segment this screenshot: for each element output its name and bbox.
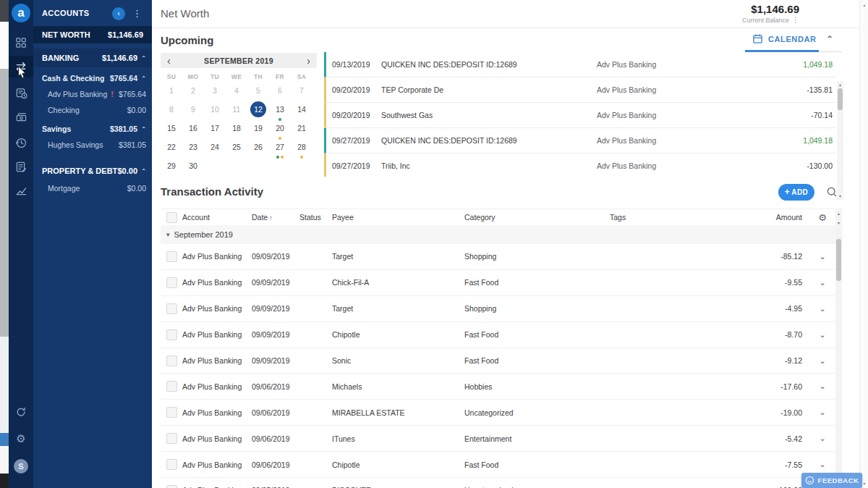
- transaction-group-row[interactable]: ▾ September 2019: [161, 225, 843, 244]
- profile-avatar[interactable]: S: [14, 459, 28, 474]
- calendar-day[interactable]: 4: [228, 82, 245, 101]
- scrollbar-thumb[interactable]: [838, 88, 843, 110]
- sidebar-account-row[interactable]: Adv Plus Banking ! $765.64 ⌃: [33, 86, 152, 102]
- sidebar-collapse-button[interactable]: ‹: [112, 7, 125, 20]
- transaction-row[interactable]: Adv Plus Banking 09/06/2019 MIRABELLA ES…: [161, 400, 843, 426]
- calendar-day[interactable]: 30: [184, 157, 202, 176]
- col-tags[interactable]: Tags: [610, 213, 762, 222]
- sidebar-account-row[interactable]: PROPERTY & DEBT ! $0.00 ⌃: [33, 161, 152, 180]
- sidebar-account-row[interactable]: Savings ! $381.05 ⌃: [33, 121, 152, 137]
- transaction-row[interactable]: Adv Plus Banking 09/09/2019 Sonic Fast F…: [161, 348, 843, 374]
- calendar-day[interactable]: 29: [163, 157, 180, 176]
- calendar-day[interactable]: 22: [163, 138, 180, 157]
- accounts-menu-icon[interactable]: ⋮: [132, 8, 142, 19]
- calendar-day[interactable]: 6: [271, 82, 289, 101]
- col-date[interactable]: Date↑: [252, 213, 299, 222]
- calendar-day[interactable]: 15: [163, 119, 180, 138]
- calendar-day[interactable]: 10: [206, 101, 224, 119]
- page-scrollbar[interactable]: ▴ ▾: [859, 0, 868, 488]
- upcoming-row[interactable]: 09/27/2019 QUICKEN INC DES:DEPOSIT ID:12…: [324, 128, 835, 153]
- transaction-row[interactable]: Adv Plus Banking 09/06/2019 Chipotle Fas…: [161, 452, 843, 478]
- row-checkbox[interactable]: [166, 329, 177, 340]
- transaction-scrollbar[interactable]: ▴ ▾: [835, 210, 842, 488]
- calendar-day[interactable]: 23: [184, 138, 202, 157]
- calendar-day[interactable]: 16: [184, 119, 202, 138]
- collapse-section-icon[interactable]: ⌃: [826, 34, 833, 44]
- transaction-row[interactable]: Adv Plus Banking 09/09/2019 Target Shopp…: [161, 296, 843, 322]
- transaction-row[interactable]: Adv Plus Banking 09/09/2019 Target Shopp…: [161, 244, 843, 270]
- sidebar-account-row[interactable]: Cash & Checking ! $765.64 ⌃: [33, 70, 152, 86]
- calendar-day[interactable]: 21: [293, 119, 310, 138]
- row-checkbox[interactable]: [166, 251, 177, 262]
- upcoming-row[interactable]: 09/20/2019 TEP Corporate De Adv Plus Ban…: [324, 77, 835, 103]
- transaction-row[interactable]: Adv Plus Banking 09/05/2019 DISCOVER Unc…: [161, 478, 843, 488]
- bills-icon[interactable]: [9, 82, 33, 104]
- next-month-icon[interactable]: ›: [307, 56, 310, 66]
- balance-menu-icon[interactable]: ⋮: [792, 16, 799, 24]
- col-account[interactable]: Account: [182, 213, 252, 222]
- upcoming-row[interactable]: 09/27/2019 Triib, Inc Adv Plus Banking -…: [324, 153, 835, 177]
- sidebar-account-row[interactable]: BANKING ! $1,146.69 ⌃: [33, 49, 152, 67]
- calendar-day[interactable]: 14: [293, 101, 310, 119]
- calendar-day[interactable]: 27: [271, 138, 289, 157]
- row-checkbox[interactable]: [166, 459, 177, 470]
- calendar-day[interactable]: 26: [250, 138, 267, 157]
- calendar-day[interactable]: 24: [206, 138, 224, 157]
- transaction-row[interactable]: Adv Plus Banking 09/06/2019 Michaels Hob…: [161, 374, 843, 400]
- search-icon[interactable]: [826, 186, 838, 201]
- transaction-row[interactable]: Adv Plus Banking 09/06/2019 ITunes Enter…: [161, 426, 843, 452]
- sidebar-account-row[interactable]: Hughes Savings ! $381.05 ⌃: [33, 137, 152, 153]
- calendar-day[interactable]: 19: [250, 119, 267, 138]
- refresh-icon[interactable]: [9, 401, 33, 423]
- calendar-tab[interactable]: CALENDAR: [752, 33, 817, 44]
- add-transaction-button[interactable]: +ADD: [778, 184, 814, 201]
- sidebar-item-net-worth[interactable]: NET WORTH $1,146.69: [33, 26, 152, 43]
- calendar-day[interactable]: 25: [228, 138, 245, 157]
- calendar-day[interactable]: 11: [228, 101, 245, 119]
- calendar-day[interactable]: 20: [271, 119, 289, 138]
- sidebar-account-row[interactable]: Checking ! $0.00 ⌃: [33, 102, 152, 118]
- recurring-icon[interactable]: [9, 132, 33, 153]
- col-amount[interactable]: Amount: [762, 213, 802, 222]
- calendar-day[interactable]: 3: [206, 82, 224, 101]
- calendar-day[interactable]: 9: [184, 101, 202, 119]
- transaction-row[interactable]: Adv Plus Banking 09/09/2019 Chick-Fil-A …: [161, 270, 843, 296]
- transaction-row[interactable]: Adv Plus Banking 09/09/2019 Chipotle Fas…: [161, 322, 843, 348]
- cash-flow-icon[interactable]: [9, 106, 33, 127]
- row-checkbox[interactable]: [166, 407, 177, 418]
- col-payee[interactable]: Payee: [332, 213, 464, 222]
- col-category[interactable]: Category: [464, 213, 610, 222]
- calendar-day[interactable]: 28: [293, 138, 310, 157]
- calendar-day[interactable]: 17: [206, 119, 224, 138]
- row-checkbox[interactable]: [166, 303, 177, 314]
- dashboard-icon[interactable]: [9, 32, 33, 54]
- row-checkbox[interactable]: [166, 356, 177, 366]
- calendar-day[interactable]: 1: [163, 82, 180, 101]
- reports-icon[interactable]: [9, 156, 33, 177]
- row-checkbox[interactable]: [166, 433, 177, 444]
- scroll-up-icon[interactable]: ▴: [837, 82, 843, 88]
- scroll-up-icon[interactable]: ▴: [835, 211, 842, 216]
- calendar-day[interactable]: 18: [228, 119, 245, 138]
- app-logo[interactable]: a: [12, 4, 30, 22]
- trends-icon[interactable]: [9, 180, 33, 201]
- calendar-day[interactable]: 2: [184, 82, 202, 101]
- scrollbar-thumb[interactable]: [836, 239, 841, 281]
- calendar-day[interactable]: 12: [250, 101, 267, 119]
- sidebar-account-row[interactable]: Mortgage ! $0.00 ⌃: [33, 180, 152, 196]
- row-checkbox[interactable]: [166, 381, 177, 392]
- select-all-checkbox[interactable]: [166, 212, 177, 223]
- calendar-day[interactable]: 5: [250, 82, 267, 101]
- upcoming-row[interactable]: 09/13/2019 QUICKEN INC DES:DEPOSIT ID:12…: [324, 52, 835, 77]
- calendar-day[interactable]: 7: [293, 82, 310, 101]
- calendar-day[interactable]: 8: [163, 101, 180, 119]
- upcoming-row[interactable]: 09/20/2019 Southwest Gas Adv Plus Bankin…: [324, 103, 835, 128]
- feedback-button[interactable]: FEEDBACK: [801, 473, 862, 488]
- scroll-up-icon[interactable]: ▴: [860, 2, 868, 7]
- col-status[interactable]: Status: [299, 213, 332, 222]
- row-checkbox[interactable]: [166, 485, 177, 488]
- scroll-down-icon[interactable]: ▾: [835, 220, 842, 226]
- calendar-day[interactable]: 13: [271, 101, 289, 119]
- row-checkbox[interactable]: [166, 277, 177, 288]
- settings-gear-icon[interactable]: ⚙: [9, 427, 33, 449]
